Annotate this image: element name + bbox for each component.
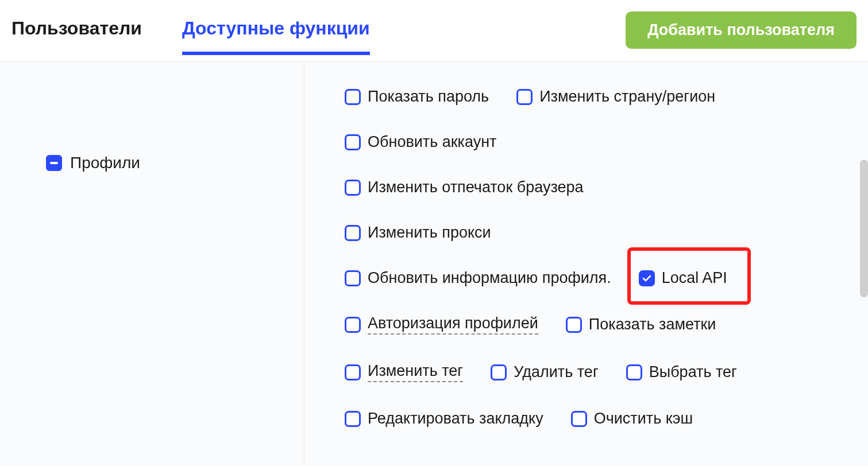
- checkbox-update-account[interactable]: Обновить аккаунт: [345, 133, 496, 151]
- checkbox-change-tag[interactable]: Изменить тег: [345, 362, 463, 382]
- checkbox-update-profile-info[interactable]: Обновить информацию профиля.: [345, 269, 611, 287]
- checkbox-icon[interactable]: [571, 411, 587, 427]
- category-profiles[interactable]: Профили: [46, 154, 304, 172]
- checkbox-row: Изменить отпечаток браузера: [345, 178, 851, 196]
- checkbox-row: Показать пароль Изменить страну/регион: [345, 88, 851, 106]
- checkbox-label: Показать пароль: [368, 88, 489, 106]
- sidebar: Профили: [0, 62, 304, 466]
- checkbox-show-notes[interactable]: Показать заметки: [566, 314, 716, 335]
- indeterminate-checkbox-icon[interactable]: [46, 155, 62, 171]
- checkbox-list: Показать пароль Изменить страну/регион О…: [345, 88, 851, 428]
- checkbox-row: Обновить аккаунт: [345, 133, 851, 151]
- checkbox-clear-cache[interactable]: Очистить кэш: [571, 410, 693, 428]
- checkbox-label: Обновить аккаунт: [368, 133, 496, 151]
- content: Профили Показать пароль Изменить страну/…: [0, 62, 868, 466]
- checkbox-local-api[interactable]: Local API: [639, 269, 727, 287]
- checkbox-delete-tag[interactable]: Удалить тег: [491, 362, 599, 382]
- tab-users[interactable]: Пользователи: [11, 18, 142, 55]
- checkbox-label: Изменить тег: [368, 362, 463, 382]
- checkbox-change-country[interactable]: Изменить страну/регион: [516, 88, 715, 106]
- checkbox-label: Изменить отпечаток браузера: [368, 178, 584, 196]
- checkbox-select-tag[interactable]: Выбрать тег: [626, 362, 737, 382]
- checkbox-label: Изменить страну/регион: [539, 88, 715, 106]
- checkbox-label: Авторизация профилей: [368, 314, 538, 335]
- checkbox-icon[interactable]: [516, 89, 533, 105]
- checkbox-label: Удалить тег: [514, 363, 599, 381]
- tab-functions[interactable]: Доступные функции: [182, 18, 370, 55]
- checkbox-icon[interactable]: [345, 411, 361, 427]
- checkbox-label: Local API: [662, 269, 727, 287]
- checkbox-icon[interactable]: [345, 89, 361, 105]
- checkbox-row: Изменить тег Удалить тег Выбрать тег: [345, 362, 851, 382]
- checkbox-icon[interactable]: [639, 270, 655, 286]
- checkbox-icon[interactable]: [345, 225, 361, 241]
- checkbox-change-proxy[interactable]: Изменить прокси: [345, 224, 491, 242]
- checkbox-row: Обновить информацию профиля. Local API: [345, 269, 851, 287]
- checkbox-row: Авторизация профилей Показать заметки: [345, 314, 851, 335]
- scrollbar[interactable]: [860, 160, 868, 297]
- checkbox-icon[interactable]: [345, 180, 361, 196]
- header: Пользователи Доступные функции Добавить …: [0, 0, 868, 62]
- checkbox-auth-profiles[interactable]: Авторизация профилей: [345, 314, 538, 335]
- checkbox-change-fingerprint[interactable]: Изменить отпечаток браузера: [345, 178, 584, 196]
- checkbox-label: Очистить кэш: [594, 410, 693, 428]
- checkbox-icon[interactable]: [345, 270, 361, 286]
- category-label: Профили: [70, 154, 140, 172]
- checkbox-row: Изменить прокси: [345, 224, 851, 242]
- checkbox-label: Обновить информацию профиля.: [368, 269, 611, 287]
- checkbox-icon[interactable]: [345, 134, 361, 150]
- main-panel: Показать пароль Изменить страну/регион О…: [304, 62, 868, 466]
- checkbox-icon[interactable]: [345, 317, 361, 333]
- checkbox-label: Изменить прокси: [368, 224, 491, 242]
- checkbox-icon[interactable]: [566, 317, 582, 333]
- checkbox-label: Показать заметки: [589, 316, 716, 333]
- checkbox-label: Выбрать тег: [649, 363, 737, 381]
- tabs-container: Пользователи Доступные функции: [11, 18, 370, 55]
- checkbox-icon[interactable]: [626, 364, 642, 380]
- checkbox-icon[interactable]: [345, 364, 361, 380]
- checkbox-edit-bookmark[interactable]: Редактировать закладку: [345, 410, 543, 428]
- checkbox-icon[interactable]: [491, 364, 507, 380]
- checkbox-show-password[interactable]: Показать пароль: [345, 88, 489, 106]
- add-user-button[interactable]: Добавить пользователя: [626, 11, 857, 49]
- checkbox-row: Редактировать закладку Очистить кэш: [345, 410, 851, 428]
- checkbox-label: Редактировать закладку: [368, 410, 543, 428]
